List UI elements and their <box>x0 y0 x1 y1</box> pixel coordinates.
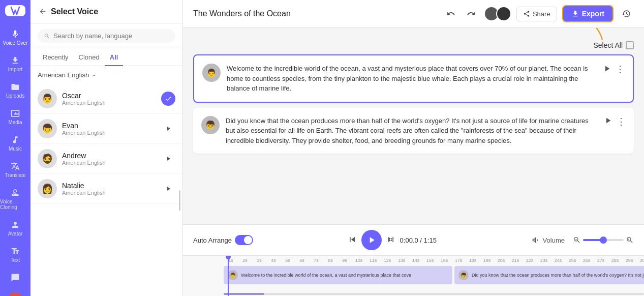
sidebar-item-avatar[interactable]: Avatar <box>0 215 30 242</box>
skip-forward-button[interactable] <box>386 234 396 246</box>
auto-arrange-label: Auto Arrange <box>193 236 232 244</box>
redo-button[interactable] <box>464 6 479 21</box>
script-more-button-1[interactable]: ⋮ <box>616 64 625 75</box>
tabs-row: Recently Cloned All <box>30 48 182 66</box>
skip-back-button[interactable] <box>347 234 357 246</box>
select-all-row: Select All <box>193 41 634 49</box>
zoom-section <box>573 236 634 244</box>
list-item[interactable]: 👦 Evan American English <box>30 114 182 144</box>
annotation-arrow <box>567 28 607 42</box>
app-logo[interactable] <box>5 5 25 16</box>
sidebar-item-voice-cloning[interactable]: Voice Cloning <box>0 183 30 215</box>
search-input[interactable] <box>53 32 169 40</box>
zoom-out-icon <box>573 236 581 244</box>
zoom-in-icon <box>626 236 634 244</box>
timeline-track[interactable]: 👦Did you know that the ocean produces mo… <box>454 266 644 284</box>
back-button[interactable] <box>39 8 47 16</box>
voice-panel-title: Select Voice <box>51 7 98 16</box>
voice-avatar-oscar: 👨 <box>38 89 57 108</box>
language-filter[interactable]: American English <box>30 66 182 84</box>
export-button[interactable]: Export <box>562 5 614 22</box>
timeline-scrollbar <box>224 293 644 295</box>
voice-play-andrew[interactable] <box>161 152 175 166</box>
script-play-button-1[interactable] <box>602 64 611 75</box>
timeline-scrollbar-thumb <box>224 293 264 295</box>
icon-bar: Voice Over Import Uploads Media Music Tr… <box>0 0 30 296</box>
sidebar-item-music[interactable]: Music <box>0 130 30 157</box>
share-button[interactable]: Share <box>516 7 557 21</box>
transport-controls: 0:00.0 / 1:15 <box>347 230 437 250</box>
voice-select-oscar[interactable] <box>161 92 175 106</box>
voice-name-natalie: Natalie <box>62 182 156 190</box>
chat-icon-btn[interactable] <box>8 268 22 287</box>
script-play-button-2[interactable] <box>603 116 612 127</box>
timeline-area: 1s2s3s4s5s6s7s8s9s10s11s12s13s14s15s16s1… <box>183 255 644 296</box>
voice-name-andrew: Andrew <box>62 152 156 160</box>
chevron-down-icon <box>91 72 97 78</box>
timeline-tracks: 👨Welcome to the incredible world of the … <box>183 264 644 286</box>
volume-section: Volume <box>531 235 565 245</box>
select-all-checkbox[interactable] <box>626 41 634 49</box>
play-main-button[interactable] <box>361 230 382 250</box>
history-button[interactable] <box>619 6 634 21</box>
search-bar <box>30 24 182 48</box>
voice-list: 👨 Oscar American English 👦 Evan American… <box>30 84 182 296</box>
script-more-button-2[interactable]: ⋮ <box>617 116 626 127</box>
tab-cloned[interactable]: Cloned <box>74 48 105 66</box>
voice-lang-andrew: American English <box>62 160 156 166</box>
top-bar-actions: Share Export <box>443 5 634 22</box>
select-all-label: Select All <box>593 41 623 49</box>
zoom-slider[interactable] <box>583 239 624 241</box>
sidebar-item-translate[interactable]: Translate <box>0 157 30 183</box>
script-avatar-2: 👦 <box>201 116 220 134</box>
project-title: The Wonders of the Ocean <box>193 9 437 18</box>
track-avatar: 👨 <box>228 270 238 280</box>
voice-avatar-natalie: 👩 <box>38 179 57 198</box>
script-controls-1: ⋮ <box>602 64 625 75</box>
volume-label: Volume <box>543 236 565 244</box>
search-icon <box>44 33 50 40</box>
main-content: The Wonders of the Ocean Share Export <box>183 0 644 296</box>
volume-icon <box>531 235 540 245</box>
user-avatar[interactable]: R <box>8 292 22 296</box>
track-avatar: 👦 <box>458 270 469 280</box>
voice-lang-oscar: American English <box>62 100 156 106</box>
avatar-group <box>484 6 511 21</box>
script-text-1[interactable]: Welcome to the incredible world of the o… <box>227 64 596 94</box>
voice-play-evan[interactable] <box>161 122 175 136</box>
timeline-playhead <box>228 256 229 296</box>
sidebar-item-text[interactable]: Text <box>0 242 30 268</box>
list-item[interactable]: 👩 Natalie American English <box>30 174 182 204</box>
script-avatar-1: 👨 <box>202 64 221 82</box>
undo-button[interactable] <box>443 6 458 21</box>
export-icon <box>571 10 579 18</box>
timeline-ruler: 1s2s3s4s5s6s7s8s9s10s11s12s13s14s15s16s1… <box>183 256 644 264</box>
voice-avatar-andrew: 🧔 <box>38 149 57 168</box>
time-display: 0:00.0 / 1:15 <box>400 236 437 244</box>
voice-panel-header: Select Voice <box>30 0 182 24</box>
sidebar-item-voiceover[interactable]: Voice Over <box>0 24 30 51</box>
list-item[interactable]: 🧔 Andrew American English <box>30 144 182 174</box>
transport-bar: Auto Arrange 0:00.0 / 1:15 Volume <box>183 224 644 255</box>
top-bar: The Wonders of the Ocean Share Export <box>183 0 644 28</box>
auto-arrange: Auto Arrange <box>193 235 253 245</box>
sidebar-item-import[interactable]: Import <box>0 51 30 77</box>
script-block-2: 👦 Did you know that the ocean produces m… <box>193 108 634 154</box>
editor-area: Select All 👨 Welcome to the incredible w… <box>183 28 644 224</box>
auto-arrange-toggle[interactable] <box>235 235 253 245</box>
script-text-2[interactable]: Did you know that the ocean produces mor… <box>226 116 597 146</box>
script-block-1: 👨 Welcome to the incredible world of the… <box>193 54 634 103</box>
tab-all[interactable]: All <box>105 48 124 66</box>
sidebar-item-media[interactable]: Media <box>0 104 30 130</box>
track-text: Did you know that the ocean produces mor… <box>472 273 644 278</box>
icon-bar-bottom: R <box>8 268 22 296</box>
track-text: Welcome to the incredible world of the o… <box>241 273 411 278</box>
sidebar-item-uploads[interactable]: Uploads <box>0 77 30 104</box>
timeline-track[interactable]: 👨Welcome to the incredible world of the … <box>224 266 452 284</box>
voice-play-natalie[interactable] <box>161 182 175 196</box>
tab-recently[interactable]: Recently <box>38 48 74 66</box>
voice-avatar-evan: 👦 <box>38 119 57 138</box>
voice-lang-evan: American English <box>62 130 156 136</box>
collaborator-avatar-2 <box>496 6 511 21</box>
list-item[interactable]: 👨 Oscar American English <box>30 84 182 114</box>
